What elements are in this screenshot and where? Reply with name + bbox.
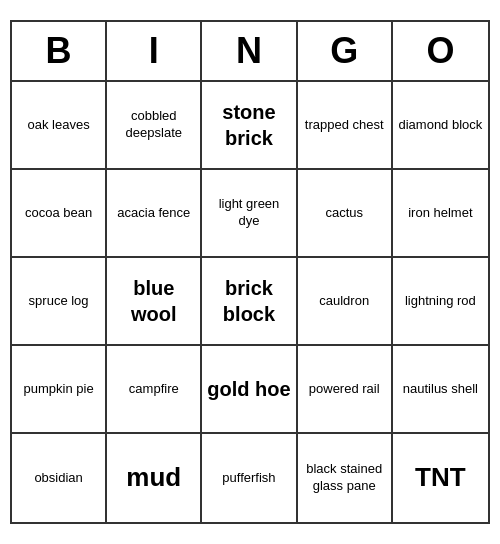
bingo-cell: TNT <box>393 434 488 522</box>
bingo-cell: diamond block <box>393 82 488 170</box>
header-letter: N <box>202 22 297 80</box>
bingo-cell: cactus <box>298 170 393 258</box>
header-letter: G <box>298 22 393 80</box>
bingo-cell: campfire <box>107 346 202 434</box>
bingo-cell: nautilus shell <box>393 346 488 434</box>
bingo-cell: black stained glass pane <box>298 434 393 522</box>
bingo-cell: mud <box>107 434 202 522</box>
bingo-cell: pumpkin pie <box>12 346 107 434</box>
bingo-cell: obsidian <box>12 434 107 522</box>
bingo-cell: iron helmet <box>393 170 488 258</box>
bingo-cell: powered rail <box>298 346 393 434</box>
bingo-cell: light green dye <box>202 170 297 258</box>
bingo-card: BINGO oak leavescobbled deepslatestone b… <box>10 20 490 524</box>
bingo-cell: oak leaves <box>12 82 107 170</box>
header-letter: B <box>12 22 107 80</box>
bingo-cell: gold hoe <box>202 346 297 434</box>
bingo-cell: pufferfish <box>202 434 297 522</box>
bingo-cell: cocoa bean <box>12 170 107 258</box>
bingo-cell: acacia fence <box>107 170 202 258</box>
bingo-cell: cobbled deepslate <box>107 82 202 170</box>
header-letter: I <box>107 22 202 80</box>
bingo-cell: brick block <box>202 258 297 346</box>
bingo-cell: stone brick <box>202 82 297 170</box>
bingo-grid: oak leavescobbled deepslatestone bricktr… <box>12 82 488 522</box>
bingo-cell: lightning rod <box>393 258 488 346</box>
bingo-cell: blue wool <box>107 258 202 346</box>
bingo-header: BINGO <box>12 22 488 82</box>
bingo-cell: trapped chest <box>298 82 393 170</box>
header-letter: O <box>393 22 488 80</box>
bingo-cell: spruce log <box>12 258 107 346</box>
bingo-cell: cauldron <box>298 258 393 346</box>
